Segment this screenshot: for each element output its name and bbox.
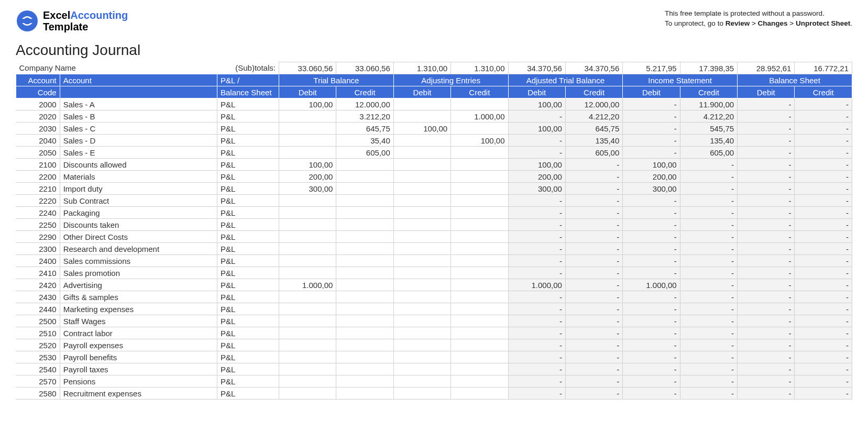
cell-tb-debit[interactable] xyxy=(279,267,336,279)
cell-tb-credit[interactable] xyxy=(336,279,393,291)
cell-tb-credit[interactable] xyxy=(336,243,393,255)
cell-tb-debit[interactable] xyxy=(279,291,336,303)
cell-ae-credit[interactable] xyxy=(451,279,508,291)
cell-tb-debit[interactable] xyxy=(279,327,336,339)
cell-ae-debit[interactable] xyxy=(393,171,451,183)
cell-tb-credit[interactable]: 605,00 xyxy=(336,147,393,159)
cell-ae-credit[interactable] xyxy=(451,363,508,375)
cell-ae-debit[interactable] xyxy=(393,255,451,267)
cell-tb-debit[interactable] xyxy=(279,363,336,375)
cell-tb-debit[interactable] xyxy=(279,315,336,327)
cell-tb-debit[interactable] xyxy=(279,255,336,267)
cell-tb-debit[interactable] xyxy=(279,243,336,255)
cell-ae-debit[interactable] xyxy=(393,195,451,207)
cell-ae-credit[interactable]: 1.000,00 xyxy=(451,110,508,123)
cell-tb-credit[interactable] xyxy=(336,375,393,387)
cell-tb-credit[interactable] xyxy=(336,267,393,279)
cell-ae-debit[interactable]: 100,00 xyxy=(393,123,451,135)
cell-ae-credit[interactable]: 100,00 xyxy=(451,135,508,147)
cell-ae-debit[interactable] xyxy=(393,339,451,351)
cell-tb-debit[interactable] xyxy=(279,339,336,351)
cell-tb-debit[interactable] xyxy=(279,387,336,400)
cell-tb-credit[interactable] xyxy=(336,303,393,315)
cell-ae-credit[interactable] xyxy=(451,147,508,159)
cell-tb-debit[interactable] xyxy=(279,147,336,159)
cell-tb-credit[interactable] xyxy=(336,159,393,171)
cell-ae-debit[interactable] xyxy=(393,231,451,243)
cell-ae-credit[interactable] xyxy=(451,267,508,279)
cell-tb-debit[interactable]: 1.000,00 xyxy=(279,279,336,291)
cell-tb-credit[interactable] xyxy=(336,231,393,243)
cell-ae-credit[interactable] xyxy=(451,303,508,315)
cell-ae-debit[interactable] xyxy=(393,363,451,375)
cell-ae-credit[interactable] xyxy=(451,315,508,327)
cell-tb-debit[interactable] xyxy=(279,303,336,315)
cell-ae-credit[interactable] xyxy=(451,387,508,400)
cell-ae-debit[interactable] xyxy=(393,219,451,231)
cell-ae-credit[interactable] xyxy=(451,159,508,171)
cell-tb-credit[interactable] xyxy=(336,363,393,375)
cell-tb-credit[interactable]: 3.212,20 xyxy=(336,110,393,123)
cell-ae-credit[interactable] xyxy=(451,291,508,303)
cell-ae-credit[interactable] xyxy=(451,195,508,207)
cell-tb-debit[interactable]: 100,00 xyxy=(279,159,336,171)
cell-ae-debit[interactable] xyxy=(393,147,451,159)
cell-tb-debit[interactable]: 200,00 xyxy=(279,171,336,183)
cell-ae-debit[interactable] xyxy=(393,387,451,400)
cell-ae-credit[interactable] xyxy=(451,207,508,219)
cell-ae-credit[interactable] xyxy=(451,375,508,387)
cell-ae-debit[interactable] xyxy=(393,279,451,291)
cell-ae-credit[interactable] xyxy=(451,219,508,231)
cell-ae-credit[interactable] xyxy=(451,171,508,183)
cell-tb-credit[interactable] xyxy=(336,291,393,303)
cell-tb-credit[interactable] xyxy=(336,195,393,207)
cell-tb-credit[interactable] xyxy=(336,255,393,267)
cell-ae-credit[interactable] xyxy=(451,98,508,110)
cell-tb-debit[interactable] xyxy=(279,231,336,243)
cell-tb-credit[interactable] xyxy=(336,183,393,195)
cell-tb-credit[interactable]: 12.000,00 xyxy=(336,98,393,110)
cell-tb-debit[interactable] xyxy=(279,375,336,387)
cell-ae-debit[interactable] xyxy=(393,183,451,195)
cell-tb-credit[interactable] xyxy=(336,171,393,183)
cell-tb-credit[interactable]: 645,75 xyxy=(336,123,393,135)
cell-ae-debit[interactable] xyxy=(393,267,451,279)
cell-ae-debit[interactable] xyxy=(393,159,451,171)
cell-tb-debit[interactable] xyxy=(279,219,336,231)
cell-tb-debit[interactable] xyxy=(279,207,336,219)
cell-ae-credit[interactable] xyxy=(451,255,508,267)
cell-ae-credit[interactable] xyxy=(451,183,508,195)
cell-ae-debit[interactable] xyxy=(393,327,451,339)
cell-ae-debit[interactable] xyxy=(393,291,451,303)
cell-tb-credit[interactable] xyxy=(336,387,393,400)
cell-tb-credit[interactable]: 35,40 xyxy=(336,135,393,147)
cell-tb-debit[interactable] xyxy=(279,123,336,135)
cell-ae-credit[interactable] xyxy=(451,327,508,339)
cell-tb-credit[interactable] xyxy=(336,219,393,231)
cell-tb-credit[interactable] xyxy=(336,207,393,219)
cell-tb-credit[interactable] xyxy=(336,339,393,351)
cell-ae-credit[interactable] xyxy=(451,231,508,243)
cell-tb-debit[interactable]: 100,00 xyxy=(279,98,336,110)
cell-ae-debit[interactable] xyxy=(393,207,451,219)
cell-tb-debit[interactable] xyxy=(279,135,336,147)
cell-ae-debit[interactable] xyxy=(393,135,451,147)
cell-ae-debit[interactable] xyxy=(393,375,451,387)
cell-ae-credit[interactable] xyxy=(451,339,508,351)
cell-ae-debit[interactable] xyxy=(393,98,451,110)
cell-ae-debit[interactable] xyxy=(393,303,451,315)
cell-tb-credit[interactable] xyxy=(336,315,393,327)
cell-ae-debit[interactable] xyxy=(393,243,451,255)
cell-ae-debit[interactable] xyxy=(393,351,451,363)
cell-tb-debit[interactable]: 300,00 xyxy=(279,183,336,195)
cell-tb-credit[interactable] xyxy=(336,351,393,363)
cell-tb-debit[interactable] xyxy=(279,110,336,123)
cell-tb-credit[interactable] xyxy=(336,327,393,339)
cell-tb-debit[interactable] xyxy=(279,195,336,207)
cell-ae-credit[interactable] xyxy=(451,123,508,135)
cell-ae-credit[interactable] xyxy=(451,351,508,363)
cell-ae-credit[interactable] xyxy=(451,243,508,255)
cell-tb-debit[interactable] xyxy=(279,351,336,363)
cell-ae-debit[interactable] xyxy=(393,110,451,123)
cell-ae-debit[interactable] xyxy=(393,315,451,327)
